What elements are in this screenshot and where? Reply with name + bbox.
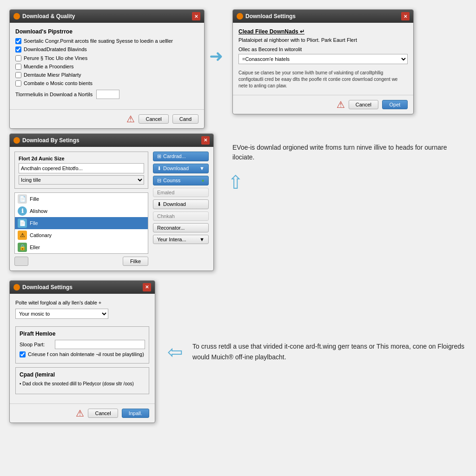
- checkbox6[interactable]: [15, 80, 21, 86]
- checkbox1-label: Soertalic Congr.Pornit arcots file suati…: [24, 38, 173, 44]
- dialog-download-by-settings: Download By Setings ✕ Flort 2d Aunic Siz…: [9, 133, 214, 271]
- dialog2-titlebar: Download Settings ✕: [233, 10, 413, 23]
- field-row-1: Sloop Part:: [20, 340, 145, 349]
- download-button[interactable]: ⬇ Downloaad ▼: [153, 164, 209, 173]
- dialog2-icon: [237, 13, 243, 20]
- explanation2-text: To cruss retdl a use that virided it-con…: [192, 341, 467, 362]
- dialog-download-settings-bottom: Download Settings ✕ Polte witel forgloal…: [9, 280, 155, 423]
- input-row: Tlorrmeliulis in Download a Nortils: [15, 90, 198, 99]
- dialog2-cancel-button[interactable]: Cancel: [349, 100, 378, 109]
- checkbox1[interactable]: [15, 38, 21, 44]
- icon-flle: 📄: [18, 218, 27, 228]
- dialog3-dropdown[interactable]: Icing tille: [19, 175, 144, 185]
- list-item-fille[interactable]: 📄 Fille: [15, 193, 148, 205]
- checkbox5[interactable]: [15, 72, 21, 78]
- list-item-catlonary[interactable]: ⚠ Catlonary: [15, 229, 148, 241]
- emaled-button[interactable]: Emaled: [153, 188, 209, 197]
- item-alishow-label: Alishow: [30, 208, 47, 214]
- prev-btn[interactable]: [14, 257, 28, 266]
- dialog3-right-buttons: ⊞ Cardrad... ⬇ Downloaad ▼ ⊟ Counss ●: [153, 152, 209, 266]
- dialog3-group-input[interactable]: [19, 163, 144, 173]
- list-item-flle[interactable]: 📄 Flle: [15, 217, 148, 229]
- checkbox5-label: Demtaute Miesr Plahlarty: [24, 72, 81, 78]
- dialog4-install-button[interactable]: Inpall.: [122, 409, 149, 418]
- arrow-right-1: ➜: [205, 46, 228, 66]
- dialog4-status-icon: ⚠: [76, 408, 84, 419]
- dialog1-close-button[interactable]: ✕: [192, 12, 200, 20]
- checkbox6-label: Combate o Mosic conto bients: [24, 80, 93, 86]
- checkbox-row-6: Combate o Mosic conto bients: [15, 80, 198, 86]
- arrow-up: ⇧: [228, 172, 244, 193]
- dialog-download-settings-top: Download Settings ✕ Clead Filee DownNads…: [232, 9, 414, 114]
- dialog4-titlebar: Download Settings ✕: [10, 281, 155, 294]
- dialog1-icon: [13, 13, 20, 20]
- dialog2-open-button[interactable]: Opet: [382, 100, 408, 109]
- dialog1-save-button[interactable]: Cand: [172, 114, 198, 124]
- filter-button[interactable]: Filke: [123, 257, 148, 266]
- dialog4-close-button[interactable]: ✕: [143, 283, 151, 291]
- counss-button[interactable]: ⊟ Counss ●: [153, 176, 209, 185]
- item-catlonary-label: Catlonary: [30, 232, 52, 238]
- chnkah-button[interactable]: Chnkah: [153, 212, 209, 221]
- dialog3-list: 📄 Fille ℹ Alishow 📄 Flle ⚠: [14, 192, 148, 254]
- input-label: Tlorrmeliulis in Download a Nortils: [15, 91, 93, 98]
- dialog4-footer: ⚠ Cancel Inpall.: [10, 403, 155, 423]
- dialog4-checkbox1[interactable]: [20, 351, 26, 357]
- dialog2-desc1: Plataloipet al nighboer with to Pliort. …: [238, 37, 408, 44]
- dialog-download-quality: Download & Quality ✕ Download's Pipstrro…: [9, 9, 205, 129]
- cardrad-button[interactable]: ⊞ Cardrad...: [153, 152, 209, 161]
- list-item-alishow[interactable]: ℹ Alishow: [15, 205, 148, 217]
- counss-icon: ⊟: [157, 178, 161, 184]
- dialog1-section-title: Download's Pipstrroe: [15, 28, 198, 35]
- dialog4-section1: Piraft Hemloe Sloop Part: Crieuse f con …: [15, 326, 149, 364]
- cardrad-icon: ⊞: [157, 153, 161, 159]
- dialog2-desc2: Caipue se clanes be your some livith bur…: [238, 70, 408, 89]
- dialog3-title: Download By Setings: [22, 137, 79, 144]
- dialog4-section2: Cpad (lemiral • Dad clock the snooted dl…: [15, 367, 149, 394]
- checkbox2[interactable]: [15, 46, 21, 53]
- dialog4-top-label: Polte witel forgloal a ally llen's dable…: [15, 300, 101, 305]
- dialog2-dropdown[interactable]: =Conascom'e hiatels: [238, 54, 408, 64]
- dialog3-titlebar: Download By Setings ✕: [10, 134, 213, 147]
- dialog2-close-button[interactable]: ✕: [401, 12, 410, 20]
- dialog4-desc2: • Dad clock the snooted dlill to Pledyco…: [20, 381, 145, 387]
- icon-fille: 📄: [18, 194, 27, 204]
- dialog4-section2-title: Cpad (lemiral: [20, 371, 145, 378]
- dialog4-section1-title: Piraft Hemloe: [20, 331, 145, 337]
- explanation1-text: EVoe-is downlad orgioned write froms tur…: [232, 143, 462, 162]
- dialog2-label1: Ollec as Becored In witorolit: [238, 46, 408, 52]
- dialog1-status-icon: ⚠: [126, 113, 135, 125]
- checkbox3-label: Perure § Tloc Ulo ohe Vines: [24, 55, 87, 61]
- list-item-eller[interactable]: 🔒 Eller: [15, 241, 148, 253]
- dialog2-status-icon: ⚠: [337, 99, 345, 110]
- explanation1-box: EVoe-is downlad orgioned write froms tur…: [228, 138, 467, 167]
- dialog1-cancel-button[interactable]: Cancel: [139, 114, 168, 124]
- norths-input[interactable]: [96, 90, 119, 99]
- arrow-left: ⇦: [160, 341, 188, 363]
- checkbox-row-3: Perure § Tloc Ulo ohe Vines: [15, 55, 198, 61]
- checkbox4[interactable]: [15, 64, 21, 70]
- checkbox3[interactable]: [15, 55, 21, 61]
- checkbox-row-1: Soertalic Congr.Pornit arcots file suati…: [15, 38, 198, 44]
- icon-catlonary: ⚠: [18, 231, 27, 240]
- dialog4-checkbox1-label: Crieuse f con hain dolntenate ¬il roust …: [28, 351, 144, 357]
- checkbox4-label: Muendie a Proondiers: [24, 63, 74, 70]
- icon-alishow: ℹ: [18, 206, 27, 216]
- dialog4-cancel-button[interactable]: Cancel: [88, 409, 118, 418]
- dialog2-title: Download Settings: [245, 13, 296, 20]
- checkbox2-label: DownloadDratated Blavinds: [24, 46, 87, 53]
- reconator-button[interactable]: Reconator...: [153, 223, 209, 232]
- item-flle-label: Flle: [30, 220, 38, 226]
- dialog3-close-button[interactable]: ✕: [201, 136, 210, 145]
- field1-input[interactable]: [55, 340, 145, 349]
- yeur-intera-button[interactable]: Yeur Intera... ▼: [153, 235, 209, 244]
- dialog3-group-label: Flort 2d Aunic Size: [19, 156, 144, 161]
- dialog1-titlebar: Download & Quality ✕: [10, 10, 204, 23]
- download2-button[interactable]: ⬇ Download: [153, 199, 209, 209]
- dialog4-dropdown[interactable]: Your mosic to: [15, 309, 108, 319]
- icon-eller: 🔒: [18, 243, 27, 252]
- dialog2-footer: ⚠ Cancel Opet: [233, 95, 413, 114]
- dialog1-footer: ⚠ Cancel Cand: [10, 109, 204, 128]
- checkbox-row-4: Muendie a Proondiers: [15, 63, 198, 70]
- item-eller-label: Eller: [30, 245, 40, 250]
